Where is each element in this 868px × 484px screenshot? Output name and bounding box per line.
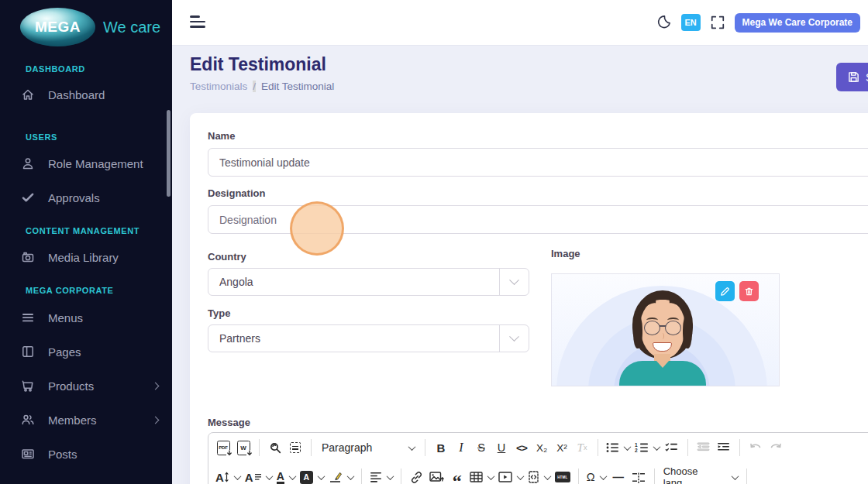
image-delete-button[interactable]: [739, 281, 759, 301]
sidebar-item-members[interactable]: Members: [0, 404, 172, 435]
redo-button[interactable]: [766, 437, 786, 458]
check-list-button[interactable]: [662, 437, 682, 458]
check-icon: [21, 191, 35, 204]
breadcrumb: Testimonials/Edit Testimonial: [190, 81, 334, 92]
chevron-right-icon: [152, 382, 160, 390]
lines-icon: [255, 473, 261, 481]
horizontal-rule-button[interactable]: —: [608, 466, 629, 484]
chevron-down-icon: [288, 472, 296, 480]
paragraph-format-value: Paragraph: [322, 441, 372, 454]
sidebar-item-role-management[interactable]: Role Management: [0, 148, 172, 179]
paragraph-format-dropdown[interactable]: Paragraph: [319, 437, 418, 458]
user-icon: [21, 156, 35, 170]
text-color-button[interactable]: A: [274, 466, 298, 484]
strikethrough-button[interactable]: S: [471, 437, 491, 458]
italic-button[interactable]: I: [451, 437, 471, 458]
undo-button[interactable]: [746, 437, 766, 458]
name-input[interactable]: [208, 148, 868, 177]
breadcrumb-parent-link[interactable]: Testimonials: [190, 81, 247, 92]
members-icon: [21, 413, 35, 427]
fullscreen-button[interactable]: [710, 15, 725, 30]
country-select[interactable]: Angola: [208, 268, 529, 296]
sidebar-item-pages[interactable]: Pages: [0, 336, 172, 367]
export-word-button[interactable]: W: [233, 437, 253, 458]
sidebar-item-posts[interactable]: Posts: [0, 438, 172, 469]
language-badge[interactable]: EN: [681, 14, 701, 31]
align-left-icon: [370, 472, 382, 482]
sidebar-item-label: Dashboard: [48, 88, 105, 101]
font-size-button[interactable]: A: [213, 466, 243, 484]
updown-arrow-icon: [224, 472, 229, 482]
language-dropdown[interactable]: Choose lang...: [660, 466, 741, 484]
superscript-button[interactable]: X²: [552, 437, 572, 458]
blockquote-button[interactable]: “: [447, 466, 467, 484]
designation-input[interactable]: [208, 205, 868, 234]
special-char-button[interactable]: Ω: [584, 466, 608, 484]
pdf-file-icon: PDF: [217, 441, 230, 455]
outdent-button[interactable]: [694, 437, 714, 458]
inline-code-button[interactable]: <>: [512, 437, 532, 458]
code-file-icon: [528, 471, 539, 483]
fullscreen-icon: [710, 15, 725, 30]
language-dropdown-value: Choose lang...: [663, 465, 727, 484]
numbered-list-button[interactable]: 12: [632, 437, 662, 458]
page-break-button[interactable]: [629, 466, 649, 484]
chevron-down-icon: [731, 472, 739, 480]
editor-toolbar-row-1: PDF W Paragraph: [208, 433, 868, 462]
select-all-button[interactable]: [285, 437, 305, 458]
section-header-dashboard: DASHBOARD: [0, 64, 172, 74]
type-label: Type: [208, 307, 230, 319]
code-sample-button[interactable]: [525, 466, 553, 484]
save-button[interactable]: Save: [836, 63, 868, 91]
main-content: Edit Testimonial Testimonials/Edit Testi…: [172, 45, 868, 484]
find-replace-button[interactable]: [265, 437, 285, 458]
sidebar-scrollbar-thumb[interactable]: [167, 110, 170, 197]
chevron-right-icon: [152, 416, 160, 424]
sidebar-item-menus[interactable]: Menus: [0, 302, 172, 333]
sidebar-item-products[interactable]: Products: [0, 370, 172, 401]
edit-testimonial-form-card: Name Designation Country Angola Type Par…: [190, 113, 868, 484]
bold-button[interactable]: B: [431, 437, 451, 458]
message-label: Message: [208, 417, 250, 428]
trash-icon: [744, 287, 754, 297]
sidebar-item-label: Members: [48, 414, 97, 427]
image-edit-button[interactable]: [715, 281, 735, 301]
export-pdf-button[interactable]: PDF: [213, 437, 233, 458]
html-source-button[interactable]: HTML: [553, 466, 573, 484]
insert-media-button[interactable]: [496, 466, 525, 484]
dark-mode-toggle[interactable]: [655, 14, 672, 31]
country-label: Country: [208, 251, 246, 263]
align-button[interactable]: [367, 466, 395, 484]
home-icon: [21, 88, 35, 101]
sidebar-item-label: Menus: [48, 311, 83, 324]
sidebar-item-approvals[interactable]: Approvals: [0, 182, 172, 213]
insert-image-button[interactable]: [427, 466, 447, 484]
font-family-button[interactable]: A: [243, 466, 274, 484]
chevron-down-icon: [346, 472, 354, 480]
sidebar-item-media-library[interactable]: Media Library: [0, 242, 172, 273]
highlight-button[interactable]: [326, 466, 356, 484]
insert-link-button[interactable]: [407, 466, 427, 484]
type-select[interactable]: Partners: [208, 324, 529, 352]
section-header-users: USERS: [0, 132, 172, 142]
sidebar-item-dashboard[interactable]: Dashboard: [0, 79, 172, 110]
chevron-down-icon: [265, 472, 273, 480]
sidebar-item-label: Products: [48, 379, 94, 393]
brand-logo: MEGA We care: [0, 0, 172, 54]
clear-formatting-button[interactable]: Tx: [572, 437, 592, 458]
org-selector-button[interactable]: Mega We Care Corporate: [735, 13, 860, 33]
chevron-down-icon: [233, 472, 241, 480]
image-label: Image: [551, 248, 580, 259]
sidebar-item-label: Role Management: [48, 157, 143, 170]
underline-button[interactable]: U: [491, 437, 512, 458]
background-color-button[interactable]: A: [298, 466, 326, 484]
sidebar-toggle-button[interactable]: [190, 15, 205, 29]
insert-table-button[interactable]: [467, 466, 496, 484]
subscript-button[interactable]: X₂: [532, 437, 552, 458]
chevron-down-icon: [543, 472, 551, 480]
posts-icon: [21, 447, 35, 461]
type-select-arrow: [499, 325, 529, 352]
chevron-down-icon: [599, 472, 607, 480]
bullet-list-button[interactable]: [604, 437, 632, 458]
indent-button[interactable]: [714, 437, 734, 458]
